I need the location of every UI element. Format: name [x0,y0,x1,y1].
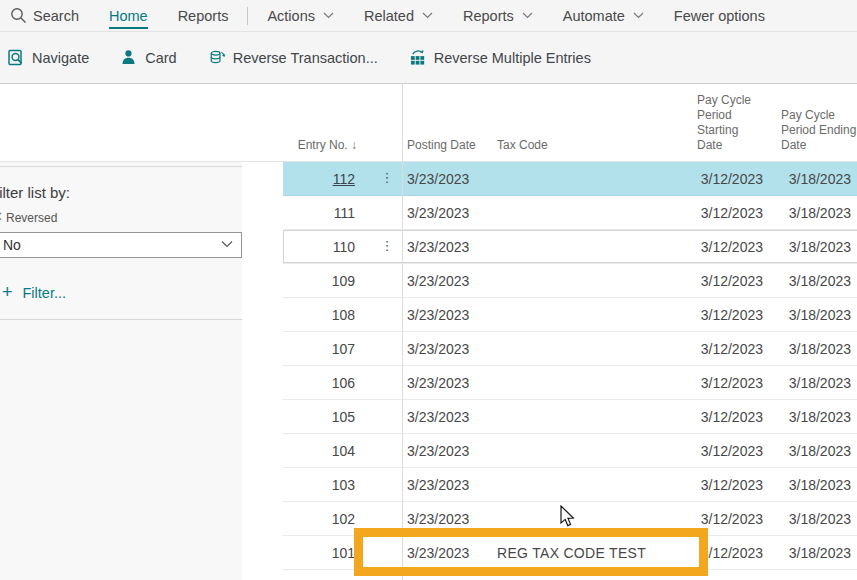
table-row[interactable]: 1073/23/20233/12/20233/18/2023 [283,332,857,366]
filter-section-label: Filter list by: [0,184,70,201]
cell-posting-date: 3/23/2023 [403,341,490,357]
cell-pay-cycle-start: 3/12/2023 [688,273,763,289]
column-header-pay-cycle-end[interactable]: Pay Cycle Period Ending Date [781,108,857,153]
entry-no-link[interactable]: 107 [332,341,355,357]
cell-pay-cycle-start: 3/12/2023 [688,511,763,527]
table-row[interactable]: 1063/23/20233/12/20233/18/2023 [283,366,857,400]
row-context-menu-icon[interactable]: ⋮ [380,238,394,253]
cell-entry-no: 110⋮ [283,239,403,255]
cell-pay-cycle-end: 3/18/2023 [763,409,857,425]
reverse-multiple-entries-button[interactable]: Reverse Multiple Entries [410,49,591,66]
cell-pay-cycle-start: 3/12/2023 [688,477,763,493]
add-filter-button[interactable]: + Filter... [2,282,66,303]
table-body: 112⋮3/23/20233/12/20233/18/20231113/23/2… [283,162,857,570]
entry-no-link[interactable]: 101 [332,545,355,561]
menu-item-label: Fewer options [674,8,765,24]
cell-posting-date: 3/23/2023 [403,307,490,323]
cell-posting-date: 3/23/2023 [403,511,490,527]
table-row[interactable]: 1033/23/20233/12/20233/18/2023 [283,468,857,502]
menu-item-label: Related [364,8,414,24]
menu-item-related[interactable]: Related [349,0,448,31]
entry-no-link[interactable]: 102 [332,511,355,527]
table-row[interactable]: 110⋮3/23/20233/12/20233/18/2023 [283,230,857,264]
entry-no-link[interactable]: 104 [332,443,355,459]
cell-pay-cycle-start: 3/12/2023 [688,307,763,323]
business-central-page: SearchHomeReportsActionsRelatedReportsAu… [0,0,857,580]
chevron-down-icon [323,12,334,19]
content-area: Views All ⋮ Filter list by: ✕ Reversed N… [0,84,857,580]
cell-posting-date: 3/23/2023 [403,443,490,459]
chevron-down-icon [522,12,533,19]
table-row[interactable]: 1043/23/20233/12/20233/18/2023 [283,434,857,468]
entry-no-link[interactable]: 103 [332,477,355,493]
column-header-pay-cycle-start[interactable]: Pay Cycle Period Starting Date [697,93,755,153]
table-row[interactable]: 1013/23/2023REG TAX CODE TEST3/12/20233/… [283,536,857,570]
plus-icon: + [2,282,13,303]
menu-item-label: Search [33,8,79,24]
cell-pay-cycle-start: 3/12/2023 [688,239,763,255]
cell-pay-cycle-end: 3/18/2023 [763,443,857,459]
entry-no-link[interactable]: 106 [332,375,355,391]
cell-entry-no: 106 [283,375,403,391]
table-row[interactable]: 1093/23/20233/12/20233/18/2023 [283,264,857,298]
reverse-transaction-button[interactable]: Reverse Transaction... [209,49,378,66]
cell-posting-date: 3/23/2023 [403,171,490,187]
cell-pay-cycle-end: 3/18/2023 [763,545,857,561]
menu-item-automate[interactable]: Automate [548,0,659,31]
menu-item-actions[interactable]: Actions [252,0,349,31]
table-row[interactable]: 1113/23/20233/12/20233/18/2023 [283,196,857,230]
cell-entry-no: 108 [283,307,403,323]
cell-entry-no: 109 [283,273,403,289]
menu-item-label: Reports [463,8,514,24]
table-row[interactable]: 1023/23/20233/12/20233/18/2023 [283,502,857,536]
table-row[interactable]: 112⋮3/23/20233/12/20233/18/2023 [283,162,857,196]
menu-item-reports[interactable]: Reports [163,0,244,31]
chevron-down-icon [422,12,433,19]
entry-no-link[interactable]: 110 [333,239,355,255]
menu-bar: SearchHomeReportsActionsRelatedReportsAu… [0,0,857,32]
row-context-menu-icon[interactable]: ⋮ [380,170,394,185]
menu-item-home[interactable]: Home [94,0,163,31]
cell-pay-cycle-end: 3/18/2023 [763,477,857,493]
cell-pay-cycle-end: 3/18/2023 [763,205,857,221]
cell-pay-cycle-end: 3/18/2023 [763,511,857,527]
cell-entry-no: 102 [283,511,403,527]
reversed-filter-select[interactable]: No [0,232,242,258]
entry-no-link[interactable]: 112 [333,171,355,187]
entry-no-link[interactable]: 111 [334,205,355,221]
table-row[interactable]: 1053/23/20233/12/20233/18/2023 [283,400,857,434]
cell-entry-no: 101 [283,545,403,561]
add-filter-label: Filter... [23,285,67,301]
cell-pay-cycle-end: 3/18/2023 [763,239,857,255]
navigate-button[interactable]: Navigate [8,49,89,66]
menu-item-label: Reports [178,8,229,24]
search-icon [10,7,27,24]
chevron-down-icon [221,240,233,248]
cell-entry-no: 103 [283,477,403,493]
menu-divider [247,7,248,25]
table-row[interactable]: 1083/23/20233/12/20233/18/2023 [283,298,857,332]
entry-no-link[interactable]: 108 [332,307,355,323]
cell-pay-cycle-end: 3/18/2023 [763,273,857,289]
table-header: Entry No. ↓ Posting Date Tax Code Pay Cy… [0,84,857,162]
cell-pay-cycle-start: 3/12/2023 [688,545,763,561]
card-button[interactable]: Card [121,49,176,66]
entry-no-link[interactable]: 105 [332,409,355,425]
menu-item-fewer-options[interactable]: Fewer options [659,0,780,31]
cell-posting-date: 3/23/2023 [403,545,490,561]
column-header-entry-no[interactable]: Entry No. ↓ [283,138,357,153]
column-header-tax-code[interactable]: Tax Code [497,138,577,153]
menu-item-search[interactable]: Search [0,0,94,31]
reverse-multiple-icon [410,49,427,66]
cell-tax-code: REG TAX CODE TEST [490,545,688,561]
cell-entry-no: 105 [283,409,403,425]
action-bar: NavigateCardReverse Transaction...Revers… [0,32,857,84]
entry-no-link[interactable]: 109 [332,273,355,289]
cell-entry-no: 107 [283,341,403,357]
clear-filter-icon[interactable]: ✕ [0,209,3,224]
cell-entry-no: 112⋮ [283,171,403,187]
navigate-icon [8,49,25,66]
menu-item-reports-2[interactable]: Reports [448,0,548,31]
column-header-posting-date[interactable]: Posting Date [407,138,487,153]
cell-posting-date: 3/23/2023 [403,409,490,425]
